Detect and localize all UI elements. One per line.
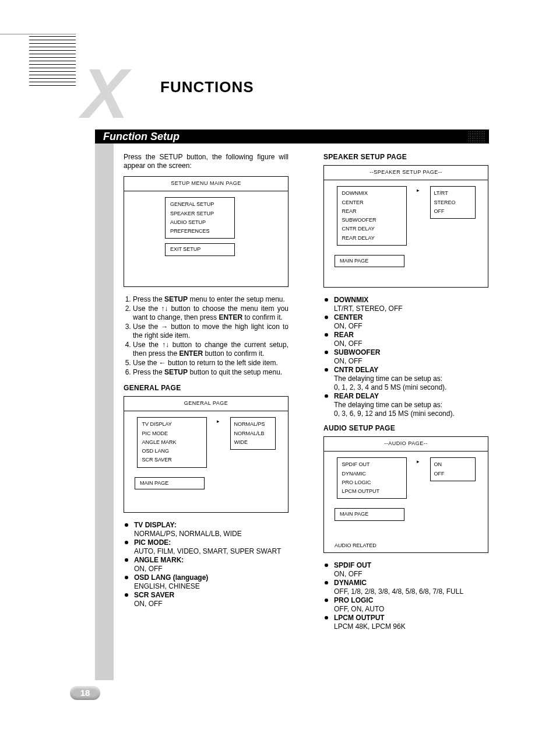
menu-item: OSD LANG [142,447,202,456]
bullet-item: CNTR DELAYThe delaying time can be setup… [323,366,488,392]
menu-item: PREFERENCES [170,227,230,236]
step: Use the → button to move the high light … [133,323,288,340]
audio-page-box: --AUDIO PAGE-- SPDIF OUT DYNAMIC PRO LOG… [323,436,488,553]
audio-right-items: ON OFF [430,457,476,481]
content-area: Press the SETUP button, the following fi… [124,153,488,637]
audio-bullets: SPDIF OUTON, OFF DYNAMICOFF, 1/8, 2/8, 3… [323,561,488,631]
bullet-item: SPDIF OUTON, OFF [323,561,488,579]
menu-item: STEREO [434,198,471,207]
big-x-graphic: X [82,58,125,128]
audio-left-items: SPDIF OUT DYNAMIC PRO LOGIC LPCM OUTPUT [337,457,407,499]
intro-text: Press the SETUP button, the following fi… [124,153,288,170]
section-bar: Function Setup [95,130,489,144]
menu-item: ANGLE MARK [142,438,202,447]
menu-item: OFF [434,470,471,478]
general-left-items: TV DISPLAY PIC MODE ANGLE MARK OSD LANG … [137,417,207,467]
setup-menu-box: SETUP MENU MAIN PAGE GENERAL SETUP SPEAK… [124,176,288,287]
step: Use the ↑↓ button to choose the menu ite… [133,304,288,322]
menu-item: GENERAL SETUP [170,200,230,209]
bullet-item: SCR SAVERON, OFF [124,591,288,608]
page-number-badge: 18 [70,686,100,700]
arrow-right-icon: ▸ [417,457,420,465]
speaker-left-items: DOWNMIX CENTER REAR SUBWOOFER CNTR DELAY… [337,186,407,246]
menu-item: SPEAKER SETUP [170,209,230,218]
steps-list: Press the SETUP menu to enter the setup … [124,295,288,377]
decorative-lines [29,36,76,89]
top-rule [0,34,76,34]
menu-item: TV DISPLAY [142,420,202,429]
menu-item: PRO LOGIC [342,478,402,487]
arrow-right-icon: ▸ [417,186,420,194]
menu-item: NORMAL/PS [234,420,272,429]
menu-item: REAR [342,207,402,216]
bullet-item: OSD LANG (language)ENGLISH, CHINESE [124,573,288,591]
menu-item: DYNAMIC [342,470,402,478]
chapter-title: FUNCTIONS [160,78,254,96]
bullet-item: PRO LOGICOFF, ON, AUTO [323,596,488,614]
bullet-item: LPCM OUTPUTLPCM 48K, LPCM 96K [323,614,488,631]
setup-menu-items: GENERAL SETUP SPEAKER SETUP AUDIO SETUP … [165,197,235,239]
step: Press the SETUP menu to enter the setup … [133,295,288,304]
audio-page-heading: AUDIO SETUP PAGE [323,424,488,433]
gray-side-strip [95,144,114,680]
general-page-box-title: GENERAL PAGE [124,397,288,411]
bullet-item: TV DISPLAY:NORMAL/PS, NORMAL/LB, WIDE [124,521,288,538]
audio-page-box-title: --AUDIO PAGE-- [324,437,488,452]
menu-item: OFF [434,207,471,216]
step: Press the SETUP button to quit the setup… [133,368,288,377]
section-title: Function Setup [103,131,180,142]
bullet-item: DYNAMICOFF, 1/8, 2/8, 3/8, 4/8, 5/8, 6/8… [323,579,488,596]
speaker-page-heading: SPEAKER SETUP PAGE [323,153,488,162]
right-column: SPEAKER SETUP PAGE --SPEAKER SETUP PAGE-… [323,153,488,637]
menu-item: DOWNMIX [342,189,402,198]
menu-item: CENTER [342,198,402,207]
menu-item: PIC MODE [142,429,202,438]
menu-item: REAR DELAY [342,234,402,243]
step: Use the ← button to return to the left s… [133,359,288,368]
setup-menu-exit: EXIT SETUP [165,243,235,256]
general-main-page: MAIN PAGE [135,477,205,489]
speaker-page-box: --SPEAKER SETUP PAGE-- DOWNMIX CENTER RE… [323,165,488,288]
menu-item: CNTR DELAY [342,225,402,233]
menu-item: NORMAL/LB [234,429,272,438]
arrow-right-icon: ▸ [217,417,220,425]
left-column: Press the SETUP button, the following fi… [124,153,288,637]
menu-item: SPDIF OUT [342,460,402,469]
menu-item: WIDE [234,438,272,447]
general-right-items: NORMAL/PS NORMAL/LB WIDE [230,417,276,450]
general-page-box: GENERAL PAGE TV DISPLAY PIC MODE ANGLE M… [124,396,288,513]
speaker-right-items: LT/RT STEREO OFF [430,186,476,219]
general-page-heading: GENERAL PAGE [124,384,288,393]
audio-footer: AUDIO RELATED [324,539,376,549]
bullet-item: REAR DELAYThe delaying time can be setup… [323,392,488,418]
audio-main-page: MAIN PAGE [335,508,404,520]
bullet-item: DOWNMIXLT/RT, STEREO, OFF [323,296,488,313]
menu-item: SUBWOOFER [342,216,402,225]
menu-item: LT/RT [434,189,471,198]
speaker-main-page: MAIN PAGE [335,255,404,267]
speaker-page-box-title: --SPEAKER SETUP PAGE-- [324,166,488,180]
speaker-bullets: DOWNMIXLT/RT, STEREO, OFF CENTERON, OFF … [323,296,488,418]
setup-menu-title: SETUP MENU MAIN PAGE [124,177,288,191]
menu-item: LPCM OUTPUT [342,487,402,496]
bullet-item: REARON, OFF [323,331,488,348]
menu-item: ON [434,460,471,469]
bullet-item: ANGLE MARK:ON, OFF [124,556,288,573]
menu-item: AUDIO SETUP [170,218,230,227]
bullet-item: CENTERON, OFF [323,313,488,331]
bullet-item: PIC MODE:AUTO, FILM, VIDEO, SMART, SUPER… [124,538,288,556]
menu-item: SCR SAVER [142,456,202,464]
section-bar-dots [468,131,485,142]
general-bullets: TV DISPLAY:NORMAL/PS, NORMAL/LB, WIDE PI… [124,521,288,608]
bullet-item: SUBWOOFERON, OFF [323,348,488,366]
step: Use the ↑↓ button to change the current … [133,341,288,358]
